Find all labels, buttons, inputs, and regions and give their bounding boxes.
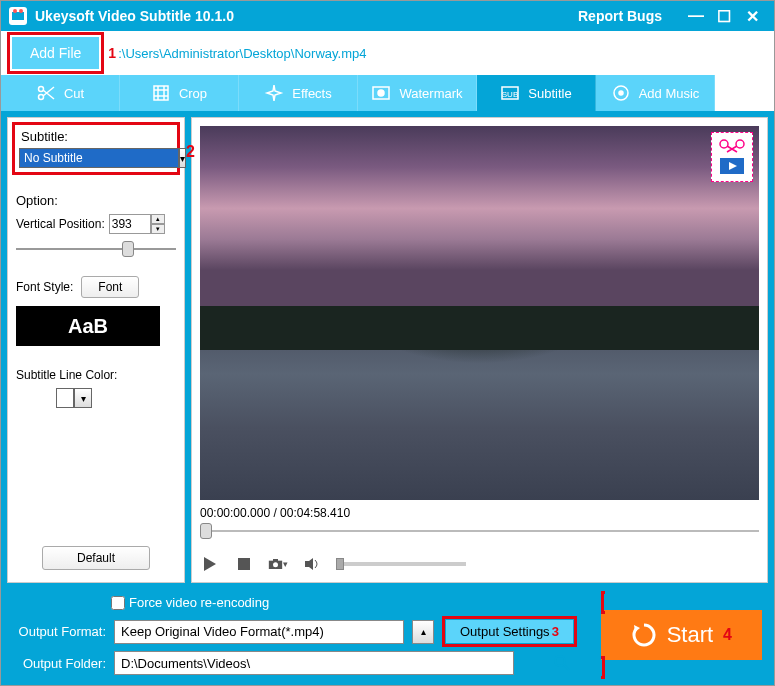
snapshot-button[interactable]: ▾ [268,554,288,574]
svg-marker-16 [204,557,216,571]
time-display: 00:00:00.000 / 00:04:58.410 [200,506,759,520]
scissors-icon [36,83,56,103]
font-style-label: Font Style: [16,280,73,294]
annotation-4: 4 [723,626,732,644]
svg-point-13 [736,140,744,148]
svg-marker-23 [634,625,640,632]
option-label: Option: [16,193,176,208]
tab-blank [715,75,774,111]
tab-effects[interactable]: Effects [239,75,358,111]
subtitle-select[interactable] [19,148,179,168]
add-file-button[interactable]: Add File [12,37,99,69]
output-folder-label: Output Folder: [11,656,106,671]
volume-slider[interactable] [336,562,466,566]
start-button[interactable]: Start 4 [601,610,762,660]
svg-point-22 [555,656,565,666]
vpos-spin-up[interactable]: ▴ [151,214,165,224]
force-reencode-checkbox[interactable] [111,596,125,610]
svg-point-12 [720,140,728,148]
tab-effects-label: Effects [292,86,332,101]
svg-text:SUB: SUB [502,90,518,99]
tab-add-music-label: Add Music [639,86,700,101]
subtitle-icon: SUB [500,83,520,103]
tab-subtitle[interactable]: SUB Subtitle [477,75,596,111]
svg-point-1 [13,9,17,13]
close-button[interactable]: ✕ [738,7,766,26]
vertical-position-slider[interactable] [16,240,176,258]
font-button[interactable]: Font [81,276,139,298]
svg-rect-5 [154,86,168,100]
svg-marker-21 [305,558,313,570]
vertical-position-input[interactable] [109,214,151,234]
refresh-icon [631,622,657,648]
tab-crop[interactable]: Crop [120,75,239,111]
app-title: Ukeysoft Video Subtitle 10.1.0 [35,8,578,24]
font-preview: AaB [16,306,160,346]
svg-point-2 [19,9,23,13]
line-color-swatch[interactable] [56,388,74,408]
video-preview [200,126,759,500]
svg-rect-19 [273,559,278,562]
stop-button[interactable] [234,554,254,574]
subtitle-label: Subtitle: [21,129,173,144]
subtitle-dropdown-button[interactable]: ▾ [179,148,186,168]
output-folder-input[interactable] [114,651,514,675]
music-icon [611,83,631,103]
svg-rect-17 [238,558,250,570]
seek-slider[interactable] [200,522,759,540]
vpos-spin-down[interactable]: ▾ [151,224,165,234]
tab-watermark[interactable]: Watermark [358,75,477,111]
line-color-label: Subtitle Line Color: [16,368,176,382]
output-format-select[interactable] [114,620,404,644]
tab-cut[interactable]: Cut [1,75,120,111]
effects-icon [264,83,284,103]
app-icon [9,7,27,25]
report-bugs-link[interactable]: Report Bugs [578,8,662,24]
vertical-position-label: Vertical Position: [16,217,105,231]
annotation-2: 2 [186,143,195,161]
svg-point-11 [619,91,623,95]
volume-icon[interactable] [302,554,322,574]
tab-watermark-label: Watermark [399,86,462,101]
line-color-dropdown[interactable]: ▾ [74,388,92,408]
svg-rect-0 [12,12,24,20]
maximize-button[interactable]: ☐ [710,7,738,26]
default-button[interactable]: Default [42,546,150,570]
annotation-1: 1 [108,45,116,61]
browse-folder-icon[interactable] [526,653,546,673]
output-format-label: Output Format: [11,624,106,639]
video-edit-icon[interactable] [711,132,753,182]
file-path: :\Users\Administrator\Desktop\Norway.mp4 [118,46,366,61]
tab-cut-label: Cut [64,86,84,101]
tab-crop-label: Crop [179,86,207,101]
force-reencode-label: Force video re-encoding [129,595,269,610]
minimize-button[interactable]: — [682,7,710,25]
crop-icon [151,83,171,103]
open-folder-icon[interactable] [552,653,572,673]
output-settings-button[interactable]: Output Settings3 [446,620,573,643]
play-button[interactable] [200,554,220,574]
svg-point-7 [378,90,384,96]
svg-point-20 [273,562,278,567]
output-format-dropdown[interactable]: ▴ [412,620,434,644]
watermark-icon [371,83,391,103]
annotation-3: 3 [552,624,559,639]
tab-add-music[interactable]: Add Music [596,75,715,111]
tab-subtitle-label: Subtitle [528,86,571,101]
